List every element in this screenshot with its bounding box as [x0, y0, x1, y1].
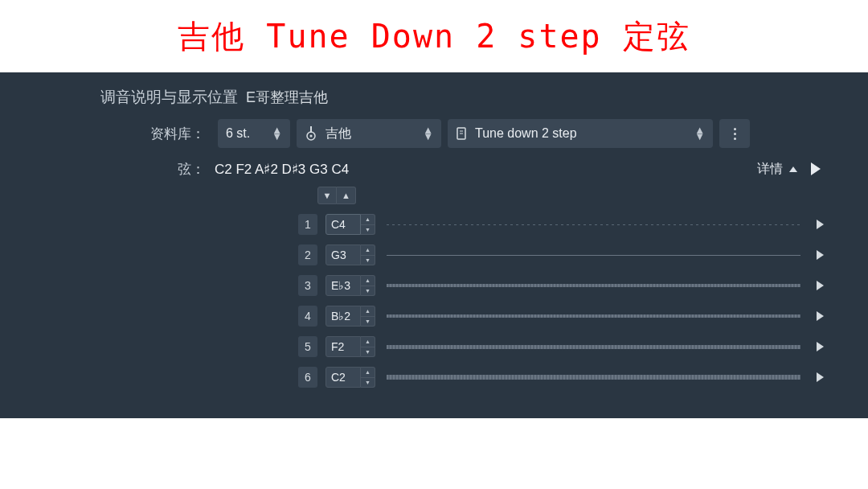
- play-string-button[interactable]: [812, 372, 828, 382]
- string-note-input[interactable]: G3: [326, 244, 361, 265]
- play-icon: [817, 281, 824, 290]
- tuning-preset-select[interactable]: Tune down 2 step ▲▼: [448, 119, 713, 148]
- play-icon: [811, 162, 821, 175]
- note-down-button[interactable]: ▼: [361, 225, 375, 236]
- kebab-icon: [734, 128, 736, 140]
- note-down-button[interactable]: ▼: [361, 286, 375, 297]
- string-visual: [387, 224, 800, 225]
- play-string-button[interactable]: [812, 311, 828, 321]
- shift-all-up-button[interactable]: ▲: [337, 187, 356, 204]
- instrument-value: 吉他: [326, 125, 351, 142]
- note-up-button[interactable]: ▲: [361, 275, 375, 286]
- header-label: 调音说明与显示位置: [100, 87, 238, 108]
- string-number: 4: [298, 306, 317, 327]
- page-title: 吉他 Tune Down 2 step 定弦: [178, 14, 690, 59]
- note-up-button[interactable]: ▲: [361, 244, 375, 256]
- string-note-input[interactable]: E♭3: [326, 275, 361, 296]
- play-string-button[interactable]: [812, 250, 828, 260]
- book-icon: [456, 127, 467, 140]
- string-note-input[interactable]: F2: [326, 336, 361, 357]
- string-number: 6: [298, 367, 317, 388]
- string-row: 3 E♭3 ▲ ▼: [215, 270, 828, 301]
- svg-point-1: [310, 135, 313, 138]
- note-up-button[interactable]: ▲: [361, 306, 375, 317]
- play-icon: [817, 250, 824, 260]
- chevron-down-icon: ▼: [323, 191, 332, 200]
- note-down-button[interactable]: ▼: [361, 317, 375, 327]
- string-visual: [387, 255, 800, 256]
- play-icon: [817, 372, 824, 382]
- string-number: 2: [298, 244, 317, 265]
- library-label: 资料库：: [100, 125, 205, 143]
- detail-label: 详情: [757, 161, 783, 178]
- note-down-button[interactable]: ▼: [361, 256, 375, 266]
- string-number: 5: [298, 336, 317, 357]
- play-all-button[interactable]: [804, 158, 828, 180]
- string-row: 4 B♭2 ▲ ▼: [215, 301, 828, 331]
- string-row: 5 F2 ▲ ▼: [215, 331, 828, 362]
- string-count-value: 6 st.: [226, 126, 250, 141]
- string-row: 2 G3 ▲ ▼: [215, 240, 828, 270]
- tuning-grid: ▼ ▲ 1 C4 ▲ ▼ 2 G3 ▲ ▼: [215, 187, 828, 392]
- chevron-up-icon: [789, 166, 797, 172]
- string-note-input[interactable]: B♭2: [326, 306, 361, 327]
- note-down-button[interactable]: ▼: [361, 347, 375, 358]
- tuning-panel: 调音说明与显示位置 E哥整理吉他 资料库： 6 st. ▲▼ 吉他 ▲▼: [0, 72, 868, 418]
- string-visual: [387, 345, 800, 349]
- tuning-preset-value: Tune down 2 step: [475, 126, 577, 141]
- detail-toggle-button[interactable]: 详情: [757, 161, 797, 178]
- shift-all-down-button[interactable]: ▼: [317, 187, 337, 204]
- string-number: 1: [298, 214, 317, 235]
- play-icon: [817, 311, 824, 321]
- chevron-up-icon: ▲: [342, 191, 350, 200]
- string-visual: [387, 284, 800, 287]
- string-visual: [387, 375, 800, 380]
- string-number: 3: [298, 275, 317, 296]
- guitar-icon: [305, 126, 317, 141]
- play-icon: [817, 220, 824, 229]
- note-up-button[interactable]: ▲: [361, 336, 375, 347]
- header-subtitle: E哥整理吉他: [246, 88, 328, 107]
- string-count-select[interactable]: 6 st. ▲▼: [218, 119, 290, 148]
- updown-icon: ▲▼: [694, 127, 705, 140]
- string-row: 1 C4 ▲ ▼: [215, 209, 828, 240]
- play-string-button[interactable]: [812, 342, 828, 351]
- instrument-select[interactable]: 吉他 ▲▼: [297, 119, 441, 148]
- string-row: 6 C2 ▲ ▼: [215, 362, 828, 392]
- play-string-button[interactable]: [812, 281, 828, 290]
- play-string-button[interactable]: [812, 220, 828, 229]
- more-options-button[interactable]: [719, 119, 750, 148]
- note-up-button[interactable]: ▲: [361, 367, 375, 378]
- note-down-button[interactable]: ▼: [361, 378, 375, 388]
- strings-notes-summary: C2 F2 A♯2 D♯3 G3 C4: [215, 161, 757, 178]
- play-icon: [817, 342, 824, 351]
- string-visual: [387, 314, 800, 318]
- updown-icon: ▲▼: [423, 127, 433, 140]
- updown-icon: ▲▼: [272, 127, 282, 140]
- svg-rect-2: [310, 126, 312, 133]
- note-up-button[interactable]: ▲: [361, 214, 375, 225]
- string-note-input[interactable]: C4: [326, 214, 361, 235]
- string-note-input[interactable]: C2: [326, 367, 361, 388]
- strings-label: 弦：: [100, 160, 205, 179]
